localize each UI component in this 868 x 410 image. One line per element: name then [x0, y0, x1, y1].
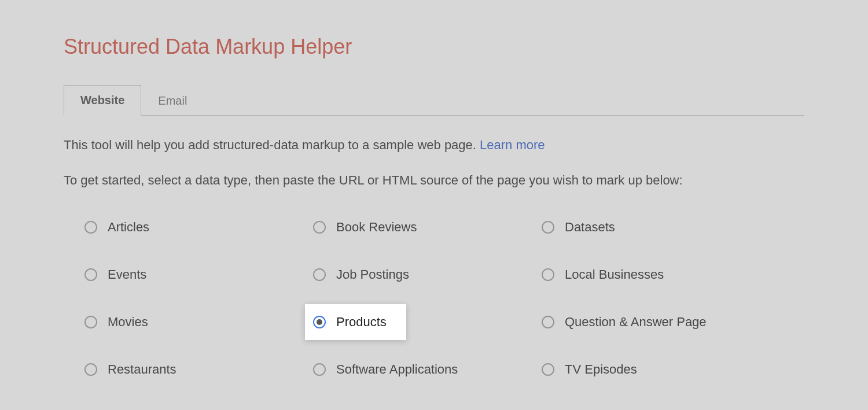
option-label: Products	[336, 315, 387, 330]
option-restaurants[interactable]: Restaurants	[81, 357, 186, 382]
option-label: Restaurants	[108, 362, 176, 377]
radio-icon	[84, 268, 97, 281]
intro-text: This tool will help you add structured-d…	[64, 135, 804, 154]
option-label: Events	[108, 267, 146, 282]
tab-email[interactable]: Email	[141, 86, 204, 116]
radio-icon	[313, 363, 326, 376]
radio-icon	[313, 268, 326, 281]
radio-icon	[84, 363, 97, 376]
option-qa-page[interactable]: Question & Answer Page	[538, 310, 716, 334]
option-book-reviews[interactable]: Book Reviews	[310, 215, 426, 239]
option-label: Articles	[108, 220, 149, 235]
option-products[interactable]: Products	[305, 304, 406, 340]
tab-website[interactable]: Website	[64, 85, 141, 116]
option-label: Local Businesses	[565, 267, 664, 282]
option-label: Software Applications	[336, 362, 458, 377]
radio-icon	[542, 316, 554, 328]
radio-icon	[542, 268, 554, 281]
option-articles[interactable]: Articles	[81, 215, 159, 239]
option-label: Datasets	[565, 220, 615, 235]
option-label: Book Reviews	[336, 220, 417, 235]
page-title: Structured Data Markup Helper	[64, 35, 804, 59]
option-tv-episodes[interactable]: TV Episodes	[538, 357, 646, 382]
option-job-postings[interactable]: Job Postings	[310, 263, 418, 287]
option-movies[interactable]: Movies	[81, 310, 157, 334]
option-events[interactable]: Events	[81, 263, 156, 287]
radio-icon	[313, 316, 326, 328]
tab-bar: Website Email	[64, 84, 804, 116]
option-label: Question & Answer Page	[565, 315, 707, 330]
radio-icon	[313, 221, 326, 234]
option-label: TV Episodes	[565, 362, 637, 377]
radio-icon	[84, 221, 97, 234]
learn-more-link[interactable]: Learn more	[480, 138, 545, 152]
intro-body: This tool will help you add structured-d…	[64, 138, 480, 152]
option-label: Movies	[108, 315, 148, 330]
radio-icon	[542, 363, 554, 376]
option-label: Job Postings	[336, 267, 409, 282]
option-software-applications[interactable]: Software Applications	[310, 357, 467, 382]
radio-icon	[542, 221, 554, 234]
radio-icon	[84, 316, 97, 328]
option-local-businesses[interactable]: Local Businesses	[538, 263, 673, 287]
instructions-text: To get started, select a data type, then…	[64, 171, 804, 190]
data-type-grid: Articles Book Reviews Datasets Events Jo…	[81, 215, 804, 382]
option-datasets[interactable]: Datasets	[538, 215, 624, 239]
